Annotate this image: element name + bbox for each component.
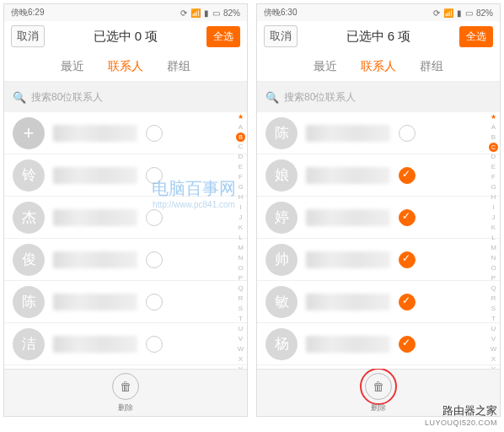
contact-row[interactable]: 帅 bbox=[257, 239, 500, 281]
alpha-index[interactable]: ★ABCDEFGHIJKLMNOPQRSTUVWXYZ bbox=[236, 112, 245, 369]
alpha-letter[interactable]: S bbox=[239, 304, 243, 314]
alpha-letter[interactable]: P bbox=[491, 273, 496, 284]
contact-row[interactable]: 圆 bbox=[257, 365, 500, 369]
checkbox[interactable] bbox=[146, 209, 163, 226]
delete-button[interactable]: 🗑 bbox=[365, 373, 392, 400]
alpha-letter[interactable]: D bbox=[491, 152, 496, 162]
alpha-letter[interactable]: G bbox=[238, 182, 243, 192]
contact-row[interactable]: 婷 bbox=[257, 197, 500, 239]
alpha-letter[interactable]: Y bbox=[491, 364, 496, 369]
tab-groups[interactable]: 群组 bbox=[167, 59, 190, 74]
alpha-letter[interactable]: B bbox=[236, 132, 245, 142]
alpha-letter[interactable]: X bbox=[491, 354, 496, 364]
contact-row[interactable]: 敏 bbox=[257, 281, 500, 323]
select-all-button[interactable]: 全选 bbox=[459, 26, 493, 47]
alpha-letter[interactable]: G bbox=[491, 182, 496, 192]
tab-recent[interactable]: 最近 bbox=[314, 59, 337, 74]
contact-row[interactable]: 杨 bbox=[257, 323, 500, 365]
alpha-letter[interactable]: L bbox=[239, 233, 242, 243]
tab-recent[interactable]: 最近 bbox=[61, 59, 84, 74]
alpha-letter[interactable]: ★ bbox=[491, 112, 496, 122]
alpha-letter[interactable]: P bbox=[239, 273, 243, 284]
alpha-letter[interactable]: N bbox=[491, 253, 496, 263]
search-icon: 🔍 bbox=[13, 91, 26, 104]
checkbox[interactable] bbox=[146, 336, 163, 353]
alpha-letter[interactable]: L bbox=[491, 233, 495, 243]
delete-button[interactable]: 🗑 bbox=[112, 373, 139, 400]
search-bar[interactable]: 🔍 搜索80位联系人 bbox=[257, 82, 500, 112]
contact-row[interactable]: + bbox=[4, 112, 247, 154]
checkbox[interactable] bbox=[146, 167, 163, 184]
cancel-button[interactable]: 取消 bbox=[11, 25, 45, 47]
alpha-letter[interactable]: A bbox=[491, 122, 496, 132]
alpha-letter[interactable]: Y bbox=[239, 364, 243, 369]
alpha-letter[interactable]: F bbox=[239, 172, 243, 182]
avatar: 杨 bbox=[265, 328, 298, 360]
contact-row[interactable]: 俊 bbox=[4, 239, 247, 281]
alpha-letter[interactable]: K bbox=[491, 223, 496, 233]
alpha-letter[interactable]: V bbox=[491, 334, 496, 344]
contact-row[interactable]: 洁 bbox=[4, 323, 247, 365]
alpha-letter[interactable]: A bbox=[239, 122, 243, 132]
contact-row[interactable]: 杰 bbox=[4, 197, 247, 239]
contact-list-left: ★ABCDEFGHIJKLMNOPQRSTUVWXYZ +铃杰俊陈洁卓 bbox=[4, 112, 247, 369]
checkbox[interactable] bbox=[146, 294, 163, 310]
checkbox[interactable] bbox=[146, 251, 163, 268]
alpha-letter[interactable]: Q bbox=[238, 284, 243, 294]
checkbox[interactable] bbox=[399, 336, 416, 353]
contact-list-right: ★ABCDEFGHIJKLMNOPQRSTUVWXYZ 陈娘婷帅敏杨圆 bbox=[257, 112, 500, 369]
alpha-letter[interactable]: F bbox=[491, 172, 496, 182]
alpha-letter[interactable]: K bbox=[239, 223, 243, 233]
contact-row[interactable]: 卓 bbox=[4, 365, 247, 369]
contact-row[interactable]: 陈 bbox=[4, 281, 247, 323]
alpha-letter[interactable]: R bbox=[491, 294, 496, 304]
alpha-letter[interactable]: H bbox=[239, 192, 244, 202]
alpha-letter[interactable]: E bbox=[491, 162, 496, 172]
alpha-letter[interactable]: H bbox=[491, 192, 496, 202]
alpha-letter[interactable]: I bbox=[492, 202, 494, 213]
alpha-letter[interactable]: W bbox=[238, 344, 244, 354]
contact-row[interactable]: 铃 bbox=[4, 154, 247, 197]
tab-groups[interactable]: 群组 bbox=[420, 59, 443, 74]
alpha-letter[interactable]: O bbox=[491, 263, 496, 273]
alpha-letter[interactable]: O bbox=[238, 263, 243, 273]
select-all-button[interactable]: 全选 bbox=[206, 26, 240, 47]
alpha-letter[interactable]: M bbox=[238, 243, 244, 253]
checkbox[interactable] bbox=[399, 167, 416, 184]
checkbox[interactable] bbox=[399, 209, 416, 226]
search-placeholder: 搜索80位联系人 bbox=[284, 90, 356, 105]
alpha-letter[interactable]: D bbox=[239, 152, 244, 162]
alpha-letter[interactable]: S bbox=[491, 304, 496, 314]
alpha-letter[interactable]: T bbox=[239, 314, 243, 324]
alpha-letter[interactable]: X bbox=[239, 354, 243, 364]
header: 取消 已选中 0 项 全选 bbox=[4, 21, 247, 51]
alpha-letter[interactable]: ★ bbox=[238, 112, 244, 122]
contact-row[interactable]: 娘 bbox=[257, 154, 500, 197]
alpha-letter[interactable]: M bbox=[491, 243, 496, 253]
search-bar[interactable]: 🔍 搜索80位联系人 bbox=[4, 82, 247, 112]
alpha-letter[interactable]: B bbox=[491, 132, 496, 143]
alpha-letter[interactable]: C bbox=[239, 142, 244, 152]
alpha-letter[interactable]: W bbox=[491, 344, 497, 354]
cancel-button[interactable]: 取消 bbox=[264, 25, 298, 47]
checkbox[interactable] bbox=[146, 125, 163, 142]
checkbox[interactable] bbox=[399, 294, 416, 310]
alpha-letter[interactable]: V bbox=[239, 334, 243, 344]
alpha-letter[interactable]: N bbox=[239, 253, 244, 263]
tab-contacts[interactable]: 联系人 bbox=[361, 59, 396, 74]
alpha-letter[interactable]: T bbox=[491, 314, 496, 324]
alpha-letter[interactable]: R bbox=[239, 294, 244, 304]
alpha-index[interactable]: ★ABCDEFGHIJKLMNOPQRSTUVWXYZ bbox=[489, 112, 498, 369]
alpha-letter[interactable]: Q bbox=[491, 284, 496, 294]
alpha-letter[interactable]: E bbox=[239, 162, 243, 172]
alpha-letter[interactable]: U bbox=[491, 324, 496, 334]
checkbox[interactable] bbox=[399, 125, 416, 142]
alpha-letter[interactable]: C bbox=[489, 143, 498, 152]
tab-contacts[interactable]: 联系人 bbox=[108, 59, 143, 74]
contact-row[interactable]: 陈 bbox=[257, 112, 500, 154]
alpha-letter[interactable]: J bbox=[492, 213, 496, 223]
alpha-letter[interactable]: I bbox=[239, 202, 241, 213]
alpha-letter[interactable]: J bbox=[239, 213, 243, 223]
alpha-letter[interactable]: U bbox=[239, 324, 244, 334]
checkbox[interactable] bbox=[399, 251, 416, 268]
